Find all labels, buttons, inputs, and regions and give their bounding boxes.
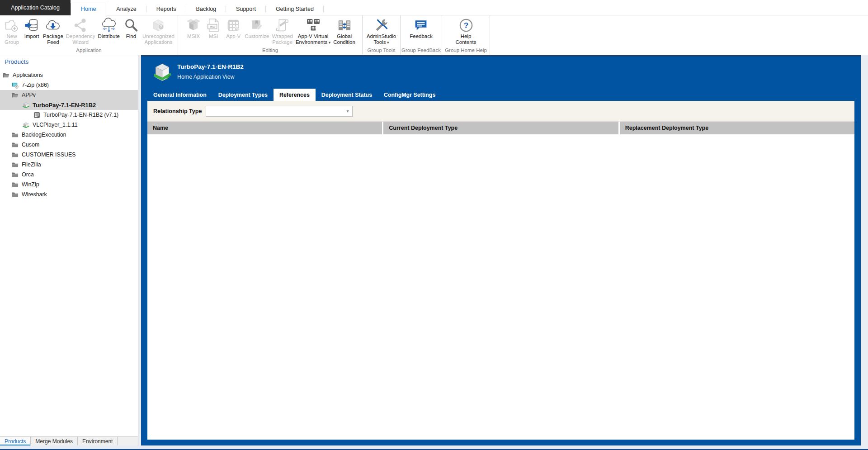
distribute-button[interactable]: Distribute bbox=[96, 16, 121, 39]
ribbon-button-label: Dependency Wizard bbox=[66, 33, 95, 45]
app-v-icon bbox=[225, 17, 242, 33]
ribbon-group-application: New GroupImportPackage FeedDependency Wi… bbox=[0, 15, 178, 55]
ribbon-group-caption: Editing bbox=[178, 47, 362, 55]
tree-item-cusom[interactable]: Cusom bbox=[0, 140, 138, 150]
app-v-virtual-environments-icon bbox=[305, 17, 322, 33]
panel-tab-products[interactable]: Products bbox=[0, 437, 31, 445]
menu-tab-analyze[interactable]: Analyze bbox=[106, 3, 146, 15]
tree-item-label: FileZilla bbox=[22, 161, 41, 168]
svg-text:?: ? bbox=[463, 21, 468, 30]
tree-item-orca[interactable]: Orca bbox=[0, 170, 138, 180]
tab-configmgr-settings[interactable]: ConfigMgr Settings bbox=[378, 89, 441, 101]
ribbon-button-label: Unrecognized Applications bbox=[142, 33, 175, 45]
tree-item-7-zip-x86[interactable]: 7-Zip (x86) bbox=[0, 80, 138, 90]
chevron-down-icon: ▾ bbox=[386, 40, 389, 45]
new-group-button: New Group bbox=[2, 16, 22, 45]
unrecognized-applications-icon: ? bbox=[150, 17, 167, 33]
tree-item-turbopay-7-1-en-r1b2-v7-1[interactable]: TurboPay-7.1-EN-R1B2 (v7.1) bbox=[0, 110, 138, 120]
global-condition-icon bbox=[336, 17, 353, 33]
folder-icon bbox=[12, 191, 19, 198]
help-contents-button[interactable]: ?Help Contents bbox=[454, 16, 477, 45]
folder-icon bbox=[12, 181, 19, 188]
unrecognized-applications-button: ?Unrecognized Applications bbox=[141, 16, 176, 45]
ribbon-group-caption: Application bbox=[0, 47, 178, 55]
application-view-tabs: General InformationDeployment TypesRefer… bbox=[147, 89, 861, 101]
tree-item-label: TurboPay-7.1-EN-R1B2 bbox=[33, 102, 96, 109]
ribbon-button-label: AdminStudio Tools ▾ bbox=[367, 33, 396, 46]
tab-general-information[interactable]: General Information bbox=[147, 89, 212, 101]
folder-open-icon bbox=[3, 72, 9, 79]
tree-item-label: Wireshark bbox=[22, 191, 47, 198]
references-table-header: NameCurrent Deployment TypeReplacement D… bbox=[147, 122, 854, 134]
menu-tab-getting-started[interactable]: Getting Started bbox=[266, 3, 324, 15]
ribbon-group-editing: MSIXMSIMSIApp-VCustomizeWrapped PackageA… bbox=[178, 15, 363, 55]
ribbon-button-label: Wrapped Package bbox=[272, 33, 292, 45]
menu-tab-reports[interactable]: Reports bbox=[146, 3, 186, 15]
msix-button: MSIX bbox=[184, 16, 203, 39]
relationship-type-dropdown[interactable]: ▾ bbox=[206, 106, 353, 117]
tree-item-label: 7-Zip (x86) bbox=[22, 82, 49, 88]
package-feed-button[interactable]: Package Feed bbox=[42, 16, 65, 45]
import-icon bbox=[23, 17, 40, 33]
panel-tab-merge-modules[interactable]: Merge Modules bbox=[31, 437, 78, 445]
tree-item-label: Orca bbox=[22, 171, 34, 178]
package-icon bbox=[23, 122, 29, 128]
menu-tabs: HomeAnalyzeReportsBacklogSupportGetting … bbox=[71, 0, 324, 15]
adminstudio-tools-button[interactable]: AdminStudio Tools ▾ bbox=[365, 16, 397, 46]
tree-item-label: APPv bbox=[22, 92, 36, 98]
tree-item-turbopay-7-1-en-r1b2[interactable]: TurboPay-7.1-EN-R1B2 bbox=[0, 100, 138, 110]
find-button[interactable]: Find bbox=[121, 16, 141, 39]
app-icon bbox=[12, 82, 19, 89]
msi-icon: MSI bbox=[205, 17, 222, 33]
page-title: TurboPay-7.1-EN-R1B2 bbox=[177, 62, 244, 70]
tab-deployment-status[interactable]: Deployment Status bbox=[316, 89, 378, 101]
application-catalog-tab[interactable]: Application Catalog bbox=[0, 0, 71, 15]
feedback-button[interactable]: Feedback bbox=[408, 16, 434, 39]
dependency-wizard-icon bbox=[72, 17, 89, 33]
column-header-replacement-deployment-type[interactable]: Replacement Deployment Type bbox=[620, 122, 854, 134]
application-header: TurboPay-7.1-EN-R1B2 Home Application Vi… bbox=[141, 57, 861, 89]
menu-tab-backlog[interactable]: Backlog bbox=[186, 3, 226, 15]
package-feed-icon bbox=[44, 17, 61, 33]
folder-icon bbox=[12, 142, 19, 148]
references-content: Relationship Type ▾ NameCurrent Deployme… bbox=[147, 101, 854, 440]
feedback-icon bbox=[412, 17, 429, 33]
ribbon-button-label: Global Condition bbox=[333, 33, 355, 45]
column-header-name[interactable]: Name bbox=[147, 122, 382, 134]
status-strip bbox=[0, 445, 868, 450]
app-v-button: App-V bbox=[223, 16, 243, 39]
tree-item-backlogexecution[interactable]: BacklogExecution bbox=[0, 130, 138, 140]
tree-item-winzip[interactable]: WinZip bbox=[0, 180, 138, 189]
ribbon-button-label: App-V bbox=[226, 33, 241, 39]
import-button[interactable]: Import bbox=[22, 16, 42, 39]
tree-item-wireshark[interactable]: Wireshark bbox=[0, 189, 138, 199]
tree-item-filezilla[interactable]: FileZilla bbox=[0, 160, 138, 170]
tab-deployment-types[interactable]: Deployment Types bbox=[212, 89, 274, 101]
references-table-body bbox=[147, 134, 854, 440]
distribute-icon bbox=[100, 17, 118, 33]
grid-icon bbox=[33, 112, 40, 118]
ribbon-button-label: Distribute bbox=[98, 33, 120, 39]
ribbon-button-label: App-V Virtual Environments ▾ bbox=[296, 33, 330, 46]
ribbon-button-label: Package Feed bbox=[43, 33, 63, 45]
column-header-current-deployment-type[interactable]: Current Deployment Type bbox=[383, 122, 618, 134]
relationship-type-bar: Relationship Type ▾ bbox=[147, 101, 854, 122]
products-panel: Products Applications7-Zip (x86)APPvTurb… bbox=[0, 55, 138, 445]
panel-tab-environment[interactable]: Environment bbox=[78, 437, 118, 445]
tree-item-appv[interactable]: APPv bbox=[0, 90, 138, 100]
tree-item-customer-issues[interactable]: CUSTOMER ISSUES bbox=[0, 150, 138, 160]
menu-bar: Application Catalog HomeAnalyzeReportsBa… bbox=[0, 0, 868, 15]
menu-tab-home[interactable]: Home bbox=[71, 3, 106, 15]
ribbon-button-label: MSI bbox=[209, 33, 218, 39]
ribbon-button-label: MSIX bbox=[187, 33, 200, 39]
tab-references[interactable]: References bbox=[274, 89, 316, 101]
ribbon-button-label: Help Contents bbox=[455, 33, 476, 45]
tree-item-vlcplayer-1-1-11[interactable]: VLCPlayer_1.1.11 bbox=[0, 120, 138, 130]
folder-icon bbox=[12, 152, 19, 158]
menu-tab-support[interactable]: Support bbox=[226, 3, 266, 15]
tree-item-applications[interactable]: Applications bbox=[0, 70, 138, 80]
wrapped-package-button: Wrapped Package bbox=[270, 16, 294, 45]
app-v-virtual-environments-button[interactable]: App-V Virtual Environments ▾ bbox=[294, 16, 332, 46]
global-condition-button[interactable]: Global Condition bbox=[332, 16, 357, 45]
folder-open-icon bbox=[12, 92, 19, 99]
